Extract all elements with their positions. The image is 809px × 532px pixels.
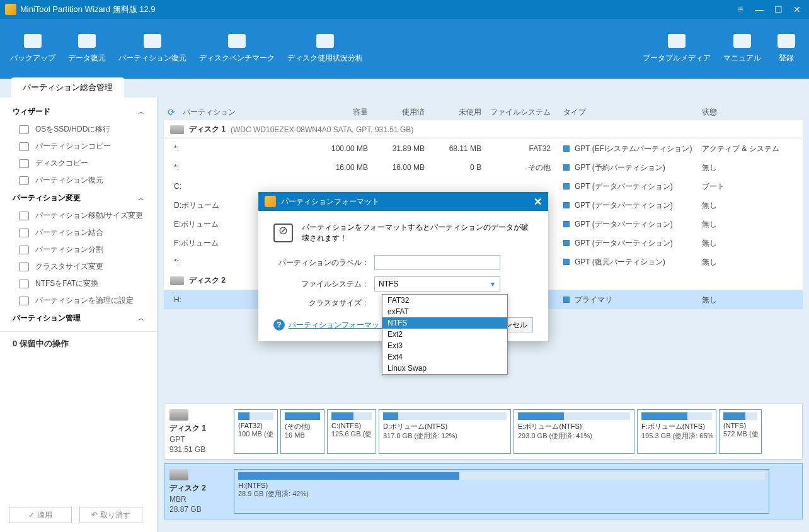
disk-map[interactable]: ディスク 2MBR28.87 GBH:(NTFS)28.9 GB (使用済: 4… — [164, 463, 803, 519]
toolbar-icon — [78, 34, 96, 48]
disk-map[interactable]: ディスク 1GPT931.51 GB(FAT32)100 MB (使(その他)1… — [164, 404, 803, 460]
partition-label-input[interactable] — [374, 255, 500, 270]
maximize-button[interactable]: ☐ — [771, 3, 785, 16]
sidebar-item[interactable]: パーティション移動/サイズ変更 — [0, 207, 157, 224]
tab-partition-management[interactable]: パーティション総合管理 — [11, 77, 124, 98]
sidebar-item[interactable]: パーティションコピー — [0, 138, 157, 155]
toolbar-登録[interactable]: 登録 — [767, 30, 805, 67]
sidebar-item[interactable]: ディスクコピー — [0, 155, 157, 172]
app-logo-icon — [5, 4, 16, 15]
toolbar-icon — [24, 34, 42, 48]
disk-map-partition[interactable]: E:ボリューム(NTFS)293.0 GB (使用済: 41%) — [514, 409, 634, 454]
disk-map-partition[interactable]: D:ボリューム(NTFS)317.0 GB (使用済: 12%) — [379, 409, 511, 454]
toolbar-icon — [228, 34, 246, 48]
sidebar-item[interactable]: パーティションを論理に設定 — [0, 292, 157, 309]
partition-label-label: パーティションのラベル： — [273, 258, 374, 268]
chevron-up-icon: ︿ — [138, 194, 144, 203]
filesystem-combo[interactable]: NTFS ▼ — [374, 276, 500, 291]
dialog-warning-text: パーティションをフォーマットするとパーティションのデータが破壊されます！ — [302, 222, 533, 244]
type-color-icon — [563, 221, 570, 227]
pending-operations: 0 保留中の操作 — [0, 331, 157, 356]
tab-row: パーティション総合管理 — [0, 79, 809, 98]
sidebar-item-icon — [19, 297, 29, 305]
toolbar-ディスクベンチマーク[interactable]: ディスクベンチマーク — [193, 30, 281, 67]
filesystem-label: ファイルシステム： — [273, 279, 374, 290]
disk-map-partition[interactable]: F:ボリューム(NTFS)195.3 GB (使用済: 65% — [637, 409, 716, 454]
col-used: 使用済 — [368, 107, 425, 118]
sidebar-item-icon — [19, 159, 29, 168]
toolbar-パーティション復元[interactable]: パーティション復元 — [112, 30, 193, 67]
app-title: MiniTool Partition Wizard 無料版 12.9 — [20, 4, 733, 15]
col-capacity: 容量 — [311, 107, 368, 118]
type-color-icon — [563, 259, 570, 265]
toolbar-icon — [144, 34, 161, 48]
chevron-down-icon: ▼ — [490, 281, 496, 288]
toolbar-マニュアル[interactable]: マニュアル — [717, 30, 767, 67]
sidebar-item-icon — [19, 263, 29, 271]
col-unused: 未使用 — [425, 107, 481, 118]
filesystem-option[interactable]: NTFS — [382, 317, 507, 329]
sidebar-item[interactable]: パーティション分割 — [0, 241, 157, 258]
type-color-icon — [563, 297, 570, 303]
sidebar-item[interactable]: OSをSSD/HDDに移行 — [0, 121, 157, 138]
filesystem-option[interactable]: Ext3 — [382, 340, 507, 351]
chevron-up-icon: ︿ — [138, 314, 144, 323]
type-color-icon — [563, 145, 570, 152]
minimize-button[interactable]: — — [752, 3, 766, 16]
chevron-up-icon: ︿ — [138, 108, 144, 116]
partition-row[interactable]: *:16.00 MB16.00 MB0 Bその他GPT (予約パーティション)無… — [164, 158, 803, 177]
toolbar-バックアップ[interactable]: バックアップ — [4, 30, 62, 67]
partition-row[interactable]: *:100.00 MB31.89 MB68.11 MBFAT32GPT (EFI… — [164, 139, 803, 158]
disk-map-partition[interactable]: (FAT32)100 MB (使 — [234, 409, 278, 454]
refresh-icon[interactable]: ⟳ — [164, 107, 179, 117]
titlebar: MiniTool Partition Wizard 無料版 12.9 ≡ — ☐… — [0, 0, 809, 19]
filesystem-option[interactable]: exFAT — [382, 306, 507, 317]
sidebar-item-icon — [19, 125, 29, 134]
apply-button[interactable]: ✓適用 — [9, 507, 72, 523]
toolbar-ディスク使用状況分析[interactable]: ディスク使用状況分析 — [281, 30, 369, 67]
filesystem-option[interactable]: FAT32 — [382, 295, 507, 306]
disk-icon — [169, 409, 188, 421]
toolbar-icon — [777, 34, 795, 48]
main-toolbar: バックアップデータ復元パーティション復元ディスクベンチマークディスク使用状況分析… — [0, 19, 809, 79]
partition-list-header: ⟳ パーティション 容量 使用済 未使用 ファイルシステム タイプ 状態 — [164, 104, 803, 120]
sidebar-item[interactable]: パーティション復元 — [0, 172, 157, 189]
sidebar-section[interactable]: ウィザード︿ — [0, 103, 157, 121]
disk-map-partition[interactable]: (その他)16 MB — [280, 409, 324, 454]
toolbar-icon — [316, 34, 334, 48]
sidebar-section[interactable]: パーティション変更︿ — [0, 189, 157, 207]
dialog-title: パーティションフォーマット — [281, 196, 379, 207]
col-partition: パーティション — [179, 107, 311, 118]
close-button[interactable]: ✕ — [790, 3, 804, 16]
disk-map-partition[interactable]: H:(NTFS)28.9 GB (使用済: 42%) — [234, 469, 769, 514]
toolbar-icon — [733, 34, 751, 48]
type-color-icon — [563, 164, 570, 171]
dialog-icon — [265, 196, 276, 207]
sidebar-section[interactable]: パーティション管理︿ — [0, 309, 157, 327]
sidebar-item-icon — [19, 212, 29, 220]
menu-icon[interactable]: ≡ — [733, 3, 747, 16]
filesystem-option[interactable]: Ext4 — [382, 351, 507, 363]
warning-icon — [273, 224, 293, 242]
disk-icon — [169, 469, 188, 480]
toolbar-ブータブルメディア[interactable]: ブータブルメディア — [636, 30, 717, 67]
disk-icon — [170, 276, 184, 285]
toolbar-データ復元[interactable]: データ復元 — [62, 30, 112, 67]
sidebar-item[interactable]: NTFSをFATに変換 — [0, 275, 157, 292]
sidebar-item-icon — [19, 176, 29, 185]
sidebar-item-icon — [19, 229, 29, 237]
filesystem-value: NTFS — [379, 280, 398, 288]
undo-button[interactable]: ↶取り消す — [79, 507, 142, 523]
cluster-size-label: クラスタサイズ： — [273, 298, 374, 308]
disk-map-partition[interactable]: C:(NTFS)125.6 GB (使 — [327, 409, 376, 454]
sidebar-item[interactable]: パーティション結合 — [0, 224, 157, 241]
sidebar-item-icon — [19, 246, 29, 254]
filesystem-option[interactable]: Ext2 — [382, 329, 507, 340]
disk-map-partition[interactable]: (NTFS)572 MB (使 — [719, 409, 762, 454]
filesystem-dropdown[interactable]: FAT32exFATNTFSExt2Ext3Ext4Linux Swap — [382, 294, 508, 375]
filesystem-option[interactable]: Linux Swap — [382, 363, 507, 374]
type-color-icon — [563, 202, 570, 208]
dialog-close-button[interactable]: ✕ — [534, 196, 542, 208]
disk-header[interactable]: ディスク 1(WDC WD10EZEX-08WN4A0 SATA, GPT, 9… — [164, 120, 803, 139]
sidebar-item[interactable]: クラスタサイズ変更 — [0, 258, 157, 275]
